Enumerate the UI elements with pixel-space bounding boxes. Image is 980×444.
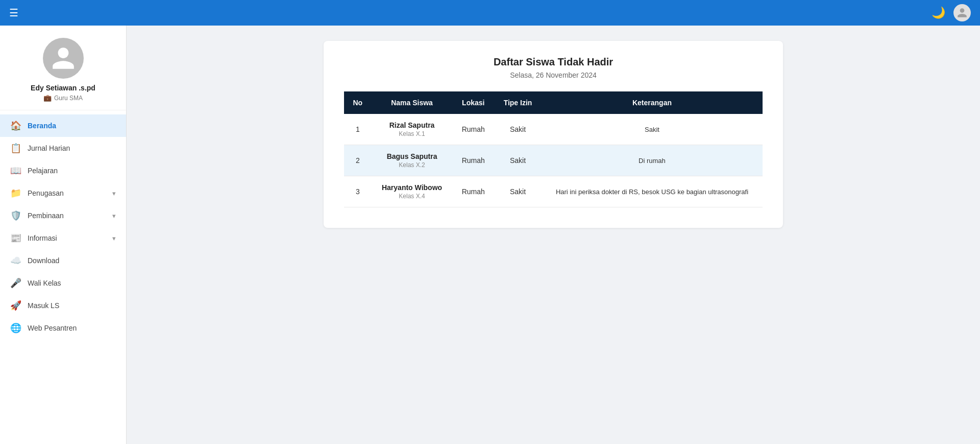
table-body: 1Rizal SaputraKelas X.1RumahSakitSakit2B… — [344, 114, 763, 207]
col-lokasi: Rumah — [452, 114, 494, 145]
col-lokasi: Lokasi — [452, 91, 494, 114]
pelajaran-icon: 📖 — [10, 165, 21, 176]
masuk-ls-icon: 🚀 — [10, 300, 21, 311]
penugasan-icon: 📁 — [10, 188, 21, 199]
sidebar-item-label: Web Pesantren — [28, 324, 77, 332]
profile-role: 💼 Guru SMA — [43, 94, 83, 102]
table-head: NoNama SiswaLokasiTipe IzinKeterangan — [344, 91, 763, 114]
download-icon: ☁️ — [10, 255, 21, 266]
chevron-down-icon: ▾ — [112, 235, 116, 242]
sidebar-item-masuk-ls[interactable]: 🚀 Masuk LS — [0, 294, 126, 317]
sidebar-item-informasi[interactable]: 📰 Informasi ▾ — [0, 227, 126, 249]
jurnal-harian-icon: 📋 — [10, 143, 21, 154]
sidebar-item-download[interactable]: ☁️ Download — [0, 249, 126, 272]
sidebar-item-label: Download — [28, 256, 59, 265]
sidebar-item-beranda[interactable]: 🏠 Beranda — [0, 114, 126, 137]
page-title: Daftar Siswa Tidak Hadir — [344, 56, 763, 68]
web-pesantren-icon: 🌐 — [10, 322, 21, 334]
sidebar-item-jurnal-harian[interactable]: 📋 Jurnal Harian — [0, 137, 126, 159]
dark-mode-toggle[interactable]: 🌙 — [932, 6, 945, 19]
sidebar-item-label: Informasi — [28, 234, 57, 242]
sidebar-item-label: Pembinaan — [28, 212, 64, 220]
sidebar-nav: 🏠 Beranda 📋 Jurnal Harian 📖 Pelajaran 📁 … — [0, 110, 126, 444]
col-lokasi: Rumah — [452, 145, 494, 176]
avatar — [43, 38, 84, 79]
col-tipe-izin: Sakit — [494, 145, 542, 176]
col-keterangan: Sakit — [542, 114, 763, 145]
navbar: ☰ 🌙 — [0, 0, 980, 26]
hamburger-icon[interactable]: ☰ — [9, 7, 18, 19]
sidebar-item-pembinaan[interactable]: 🛡️ Pembinaan ▾ — [0, 204, 126, 227]
col-lokasi: Rumah — [452, 176, 494, 207]
col-no: 3 — [344, 176, 372, 207]
table-row: 3Haryanto WibowoKelas X.4RumahSakitHari … — [344, 176, 763, 207]
col-tipe-izin: Tipe Izin — [494, 91, 542, 114]
sidebar-item-wali-kelas[interactable]: 🎤 Wali Kelas — [0, 272, 126, 294]
navbar-right: 🌙 — [932, 4, 971, 21]
main-content: Daftar Siswa Tidak Hadir Selasa, 26 Nove… — [127, 26, 980, 444]
col-nama: Bagus SaputraKelas X.2 — [372, 145, 453, 176]
col-keterangan: Keterangan — [542, 91, 763, 114]
chevron-down-icon: ▾ — [112, 190, 116, 197]
sidebar-item-pelajaran[interactable]: 📖 Pelajaran — [0, 159, 126, 182]
table-header-row: NoNama SiswaLokasiTipe IzinKeterangan — [344, 91, 763, 114]
sidebar-item-label: Wali Kelas — [28, 279, 61, 287]
table-row: 2Bagus SaputraKelas X.2RumahSakitDi ruma… — [344, 145, 763, 176]
wali-kelas-icon: 🎤 — [10, 277, 21, 289]
col-keterangan: Di rumah — [542, 145, 763, 176]
sidebar-item-penugasan[interactable]: 📁 Penugasan ▾ — [0, 182, 126, 204]
table-wrapper: NoNama SiswaLokasiTipe IzinKeterangan 1R… — [344, 91, 763, 207]
col-no: No — [344, 91, 372, 114]
sidebar-item-label: Penugasan — [28, 189, 64, 197]
navbar-left: ☰ — [9, 7, 18, 19]
informasi-icon: 📰 — [10, 232, 21, 244]
profile-name: Edy Setiawan .s.pd — [31, 84, 95, 92]
col-no: 1 — [344, 114, 372, 145]
col-tipe-izin: Sakit — [494, 176, 542, 207]
table-row: 1Rizal SaputraKelas X.1RumahSakitSakit — [344, 114, 763, 145]
chevron-down-icon: ▾ — [112, 212, 116, 220]
user-avatar-nav[interactable] — [953, 4, 971, 21]
sidebar-item-label: Masuk LS — [28, 301, 59, 310]
students-table: NoNama SiswaLokasiTipe IzinKeterangan 1R… — [344, 91, 763, 207]
briefcase-icon: 💼 — [43, 94, 52, 102]
col-keterangan: Hari ini periksa dokter di RS, besok USG… — [542, 176, 763, 207]
sidebar: Edy Setiawan .s.pd 💼 Guru SMA 🏠 Beranda … — [0, 26, 127, 444]
sidebar-item-label: Pelajaran — [28, 167, 58, 175]
page-date: Selasa, 26 November 2024 — [344, 71, 763, 79]
col-nama-siswa: Nama Siswa — [372, 91, 453, 114]
content-card: Daftar Siswa Tidak Hadir Selasa, 26 Nove… — [324, 41, 783, 228]
beranda-icon: 🏠 — [10, 120, 21, 131]
col-nama: Haryanto WibowoKelas X.4 — [372, 176, 453, 207]
pembinaan-icon: 🛡️ — [10, 210, 21, 221]
col-tipe-izin: Sakit — [494, 114, 542, 145]
col-nama: Rizal SaputraKelas X.1 — [372, 114, 453, 145]
sidebar-item-label: Beranda — [28, 122, 56, 130]
sidebar-profile: Edy Setiawan .s.pd 💼 Guru SMA — [0, 26, 126, 110]
col-no: 2 — [344, 145, 372, 176]
layout: Edy Setiawan .s.pd 💼 Guru SMA 🏠 Beranda … — [0, 26, 980, 444]
sidebar-item-web-pesantren[interactable]: 🌐 Web Pesantren — [0, 317, 126, 339]
sidebar-item-label: Jurnal Harian — [28, 144, 70, 152]
